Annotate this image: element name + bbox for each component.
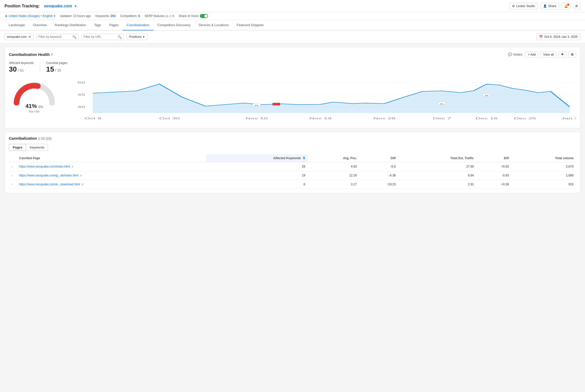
chart-svg: 50 45 40 Oct 9 Oct 30 Nov 10 Nov 19 Nov … [65,77,576,123]
share-label: Share [548,4,556,8]
tab-devices-locations[interactable]: Devices & Locations [195,20,233,30]
domain-tag-remove[interactable]: ✕ [28,35,31,39]
serp-chevron: ▾ [172,14,174,18]
th-avg-pos[interactable]: Avg. Pos. [308,154,359,162]
settings-button[interactable]: ⚙ [573,3,580,9]
chart-wrap: 50 45 40 Oct 9 Oct 30 Nov 10 Nov 19 Nov … [65,77,576,124]
th-affected-keywords[interactable]: Affected Keywords ⇅ [206,154,308,162]
chevron-down-icon: ▾ [54,14,55,18]
domain-name[interactable]: seoquake.com [44,4,72,8]
cannibal-page-link[interactable]: https://www.seoquake.com/g...de/index.ht… [19,174,204,177]
notes-label: 💬 Notes: [508,53,523,56]
avg-pos: 4.93 [308,162,359,171]
sov-toggle-switch[interactable] [200,14,208,18]
table-count: 1-15 (15) [38,137,52,140]
gauge-label: low rate [29,110,40,113]
info-icon[interactable]: ℹ [51,53,53,56]
expand-icon[interactable]: › [11,183,12,186]
main-content: Cannibalization Health ℹ 💬 Notes: + Add … [0,43,585,197]
th-traffic[interactable]: Total Est. Traffic [398,154,477,162]
serp-icon1: ◎ [166,14,168,18]
add-note-button[interactable]: + Add [525,52,539,58]
cannibal-pages-value: 15 / 15 [46,65,67,73]
sov-label: Share of Voice [178,14,198,18]
svg-text:Oct 9: Oct 9 [85,117,101,120]
tab-cannibalization[interactable]: Cannibalization [123,20,153,30]
domain-arrow[interactable]: ▾ [75,4,76,8]
affected-count: 19 [206,171,308,180]
tab-keywords[interactable]: Keywords [26,144,48,151]
gear-settings-icon: ⚙ [571,53,574,56]
tab-competitors-discovery[interactable]: Competitors Discovery [153,20,195,30]
cannibalization-tabs: Pages Keywords [9,144,576,151]
cannibal-page-link[interactable]: https://www.seoquake.com/e...download.ht… [19,183,204,186]
toggle-visibility-button[interactable]: 👁 [559,51,566,58]
serp-features[interactable]: SERP features ◎ ◇ ▾ [144,14,174,18]
domain-tag-text: seoquake.com [7,35,27,39]
looker-studio-button[interactable]: ⚙ Looker Studio [509,3,538,9]
filter-bar: seoquake.com ✕ 🔍 🔍 Positions ▾ 📅 Oct 6, … [0,30,585,43]
card-title: Cannibalization Health ℹ [9,52,53,57]
positions-dropdown[interactable]: Positions ▾ [126,34,147,40]
affected-keywords-metric: Affected keywords 30 / 51 [9,61,40,73]
cannibal-page-link[interactable]: https://www.seoquake.com/index.html ↗ [19,165,204,168]
tab-tags[interactable]: Tags [90,20,105,30]
external-link-icon: ↗ [81,183,83,186]
add-label: + Add [528,53,536,56]
svg-text:40: 40 [77,105,85,108]
svg-text:G: G [254,104,258,107]
affected-keywords-value: 30 / 51 [9,65,34,73]
svg-rect-17 [272,103,280,105]
sort-icon: ⇅ [303,156,305,160]
expand-icon[interactable]: › [11,165,12,168]
tab-overview[interactable]: Overview [29,20,51,30]
tab-pages[interactable]: Pages [105,20,123,30]
url-search-icon: 🔍 [118,35,122,39]
metrics-row: Affected keywords 30 / 51 Cannibal pages… [9,61,576,73]
keyword-filter-input[interactable] [38,35,71,39]
app-title: Position Tracking: [5,4,40,8]
diff-value: ↑0.9 [359,162,398,171]
traffic-value: 6.84 [398,171,477,180]
card-title-text: Cannibalization Health [9,52,50,57]
volume-value: 910 [511,180,576,189]
nav-tabs: Landscape Overview Rankings Distribution… [0,20,585,30]
table-row: › https://www.seoquake.com/g...de/index.… [9,171,576,180]
serp-icon2: ◇ [169,14,171,18]
diff-value: ↑19.23 [359,180,398,189]
traffic-value: 2.91 [398,180,477,189]
domain-tag: seoquake.com ✕ [5,34,34,40]
avg-pos: 12.26 [308,171,359,180]
eye-icon: 👁 [561,53,564,56]
th-diff[interactable]: Diff [359,154,398,162]
keyword-filter-wrap: 🔍 [36,34,79,40]
share-icon: 👤 [543,4,547,8]
updated-text: Updated: 13 hours ago [60,14,91,18]
viewall-label: View all [543,53,554,56]
share-button[interactable]: 👤 Share [540,3,559,9]
view-all-button[interactable]: View all [541,52,557,58]
looker-label: Looker Studio [516,4,535,8]
location-selector[interactable]: 🖥 United States (Google) • English ▾ [5,14,55,18]
card-settings-button[interactable]: ⚙ [568,51,576,58]
tab-landscape[interactable]: Landscape [5,20,29,30]
note-icon: 💬 [508,53,512,56]
external-link-icon: ↗ [71,165,73,168]
date-range-button[interactable]: 📅 Oct 6, 2024–Jan 3, 2025 [536,34,580,40]
gauge-svg [11,77,57,105]
tab-rankings[interactable]: Rankings Distribution [51,20,90,30]
svg-text:Nov 19: Nov 19 [309,117,332,120]
notifications-button[interactable]: 🔔 [562,3,570,9]
tab-pages[interactable]: Pages [9,144,26,151]
table-row: › https://www.seoquake.com/index.html ↗ … [9,162,576,171]
serp-label: SERP features [144,14,165,18]
cannibal-pages-label: Cannibal pages [46,61,67,65]
looker-icon: ⚙ [512,4,515,8]
url-filter-wrap: 🔍 [81,34,124,40]
volume-value: 1,680 [511,171,576,180]
expand-icon[interactable]: › [11,174,12,177]
tab-snippets[interactable]: Featured Snippets [233,20,268,30]
url-filter-input[interactable] [84,35,117,39]
th-volume[interactable]: Total volume [511,154,576,162]
th-traffic-diff[interactable]: Diff [476,154,511,162]
